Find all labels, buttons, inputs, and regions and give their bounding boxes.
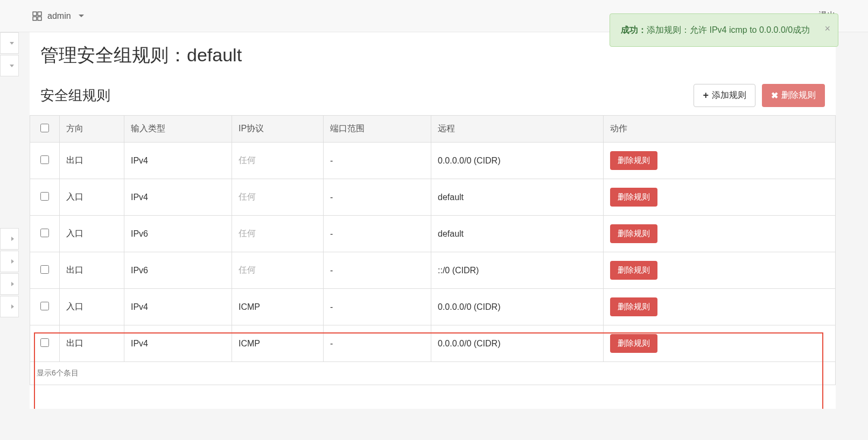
main-content: 管理安全组规则：default 安全组规则 + 添加规则 ✖ 删除规则 方向 输…	[30, 32, 836, 409]
cell-remote: ::/0 (CIDR)	[431, 252, 604, 289]
chevron-down-icon	[79, 15, 84, 17]
header-direction[interactable]: 方向	[60, 116, 124, 143]
success-alert: × 成功：添加规则：允许 IPv4 icmp to 0.0.0.0/0成功	[610, 13, 838, 47]
sidebar-item-4[interactable]	[0, 251, 19, 272]
delete-row-button[interactable]: 删除规则	[610, 261, 657, 280]
delete-row-button[interactable]: 删除规则	[610, 297, 657, 316]
cell-port-range: -	[324, 179, 431, 216]
alert-title: 成功：	[621, 25, 647, 34]
row-checkbox[interactable]	[40, 155, 49, 164]
cell-ip-protocol: 任何	[232, 179, 324, 216]
cell-input-type: IPv4	[124, 179, 232, 216]
cell-action: 删除规则	[604, 325, 836, 362]
row-checkbox-cell	[30, 289, 60, 325]
cell-port-range: -	[324, 143, 431, 179]
cell-port-range: -	[324, 289, 431, 325]
header-input-type[interactable]: 输入类型	[124, 116, 232, 143]
add-rule-button[interactable]: + 添加规则	[694, 84, 755, 107]
left-sidebar	[0, 32, 19, 318]
cell-direction: 出口	[60, 325, 124, 362]
chevron-down-icon	[10, 42, 14, 45]
alert-message: 添加规则：允许 IPv4 icmp to 0.0.0.0/0成功	[647, 25, 810, 34]
table-row: 入口IPv6任何-default删除规则	[30, 216, 836, 252]
cell-port-range: -	[324, 325, 431, 362]
chevron-right-icon	[11, 282, 14, 286]
row-checkbox-cell	[30, 179, 60, 216]
svg-rect-3	[38, 17, 41, 20]
page-title-prefix: 管理安全组规则：	[40, 45, 187, 65]
cell-ip-protocol: ICMP	[232, 325, 324, 362]
cell-input-type: IPv6	[124, 252, 232, 289]
cell-action: 删除规则	[604, 289, 836, 325]
sidebar-item-6[interactable]	[0, 296, 19, 317]
chevron-down-icon	[10, 65, 14, 67]
row-checkbox-cell	[30, 325, 60, 362]
cell-remote: 0.0.0.0/0 (CIDR)	[431, 325, 604, 362]
project-selector[interactable]: admin	[32, 11, 84, 21]
section-actions: + 添加规则 ✖ 删除规则	[694, 84, 825, 107]
table-footer: 显示6个条目	[30, 362, 836, 385]
row-checkbox-cell	[30, 252, 60, 289]
delete-rule-button[interactable]: ✖ 删除规则	[762, 84, 825, 107]
delete-row-button[interactable]: 删除规则	[610, 334, 657, 353]
svg-rect-1	[38, 12, 41, 16]
chevron-right-icon	[11, 259, 14, 264]
chevron-right-icon	[11, 304, 14, 309]
page-title: 管理安全组规则：default	[30, 43, 836, 84]
cell-action: 删除规则	[604, 252, 836, 289]
table-row: 出口IPv4ICMP-0.0.0.0/0 (CIDR)删除规则	[30, 325, 836, 362]
row-checkbox-cell	[30, 216, 60, 252]
header-port-range[interactable]: 端口范围	[324, 116, 431, 143]
cell-remote: default	[431, 216, 604, 252]
cell-ip-protocol: 任何	[232, 143, 324, 179]
sidebar-item-5[interactable]	[0, 273, 19, 295]
add-rule-label: 添加规则	[712, 90, 746, 101]
delete-rule-label: 删除规则	[781, 90, 816, 101]
sidebar-item-3[interactable]	[0, 228, 19, 250]
cell-ip-protocol: ICMP	[232, 289, 324, 325]
row-checkbox[interactable]	[40, 338, 49, 347]
table-row: 出口IPv4任何-0.0.0.0/0 (CIDR)删除规则	[30, 143, 836, 179]
section-header: 安全组规则 + 添加规则 ✖ 删除规则	[30, 84, 836, 115]
cell-direction: 入口	[60, 179, 124, 216]
project-icon	[32, 11, 42, 21]
header-action: 动作	[604, 116, 836, 143]
cell-action: 删除规则	[604, 143, 836, 179]
cell-input-type: IPv4	[124, 325, 232, 362]
delete-row-button[interactable]: 删除规则	[610, 224, 657, 243]
cell-action: 删除规则	[604, 216, 836, 252]
table-header-row: 方向 输入类型 IP协议 端口范围 远程 动作	[30, 116, 836, 143]
row-checkbox[interactable]	[40, 192, 49, 201]
plus-icon: +	[703, 90, 709, 101]
rules-table: 方向 输入类型 IP协议 端口范围 远程 动作 出口IPv4任何-0.0.0.0…	[30, 115, 836, 385]
row-checkbox[interactable]	[40, 265, 49, 274]
sidebar-item-1[interactable]	[0, 32, 19, 54]
row-checkbox-cell	[30, 143, 60, 179]
section-title: 安全组规则	[40, 86, 110, 105]
header-ip-protocol[interactable]: IP协议	[232, 116, 324, 143]
sidebar-item-2[interactable]	[0, 55, 19, 76]
cell-input-type: IPv4	[124, 143, 232, 179]
delete-row-button[interactable]: 删除规则	[610, 151, 657, 170]
table-row: 入口IPv4任何-default删除规则	[30, 179, 836, 216]
alert-close-button[interactable]: ×	[824, 22, 830, 36]
cell-ip-protocol: 任何	[232, 216, 324, 252]
svg-rect-2	[33, 17, 37, 20]
row-checkbox[interactable]	[40, 302, 49, 310]
cell-input-type: IPv4	[124, 289, 232, 325]
close-icon: ✖	[771, 90, 778, 101]
cell-remote: default	[431, 179, 604, 216]
row-checkbox[interactable]	[40, 229, 49, 237]
delete-row-button[interactable]: 删除规则	[610, 188, 657, 207]
cell-ip-protocol: 任何	[232, 252, 324, 289]
cell-remote: 0.0.0.0/0 (CIDR)	[431, 289, 604, 325]
header-checkbox-col	[30, 116, 60, 143]
cell-remote: 0.0.0.0/0 (CIDR)	[431, 143, 604, 179]
header-remote[interactable]: 远程	[431, 116, 604, 143]
table-row: 出口IPv6任何-::/0 (CIDR)删除规则	[30, 252, 836, 289]
cell-direction: 出口	[60, 252, 124, 289]
select-all-checkbox[interactable]	[40, 124, 49, 132]
cell-direction: 出口	[60, 143, 124, 179]
cell-port-range: -	[324, 252, 431, 289]
cell-input-type: IPv6	[124, 216, 232, 252]
